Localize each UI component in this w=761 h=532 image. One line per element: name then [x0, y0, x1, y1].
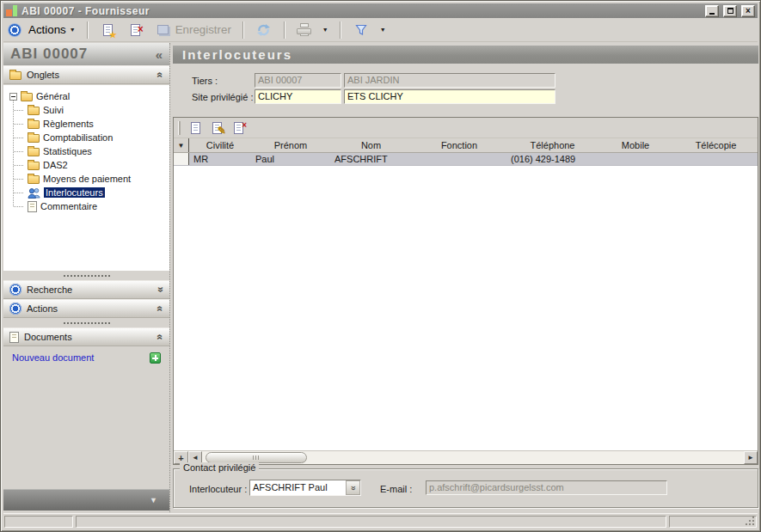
panel-title-recherche: Recherche: [27, 284, 152, 295]
collapse-sidebar-icon[interactable]: «: [156, 48, 163, 61]
splitter-grip-icon: [64, 275, 110, 277]
delete-record-button[interactable]: ×: [124, 20, 148, 40]
save-button[interactable]: Enregistrer: [151, 20, 235, 40]
panel-header-onglets[interactable]: Onglets «: [3, 65, 169, 84]
horizontal-scrollbar: + ◄ ►: [174, 450, 758, 464]
window-title: ABI 00007 - Fournisseur: [21, 5, 701, 17]
column-header-telecopie[interactable]: Télécopie: [672, 140, 759, 150]
tree-node-interlocuteurs[interactable]: Interlocuteurs: [3, 186, 169, 199]
chevron-down-icon: ▼: [150, 496, 157, 504]
actions-menu-label: Actions: [28, 23, 66, 36]
column-header-fonction[interactable]: Fonction: [412, 140, 506, 150]
grid-new-button[interactable]: [187, 120, 203, 136]
tree-collapse-icon[interactable]: [9, 93, 17, 101]
combobox-dropdown-button[interactable]: «: [346, 480, 360, 495]
tree-node-label: Statistiques: [43, 146, 92, 156]
column-header-nom[interactable]: Nom: [330, 140, 412, 150]
column-header-prenom[interactable]: Prénom: [251, 140, 330, 150]
chevron-down-icon: ▼: [322, 27, 328, 33]
page-title: Interlocuteurs: [173, 46, 758, 64]
scrollbar-track[interactable]: [202, 451, 744, 464]
folder-icon: [28, 107, 40, 115]
panel-splitter[interactable]: [3, 318, 169, 327]
panel-splitter[interactable]: [3, 271, 169, 280]
resize-grip-icon[interactable]: [744, 515, 754, 525]
tiers-name-field: ABI JARDIN: [344, 73, 555, 88]
document-icon: [9, 332, 19, 343]
folder-icon: [21, 93, 33, 101]
splitter-grip-icon: [64, 322, 110, 324]
chevron-down-icon[interactable]: «: [156, 287, 166, 293]
toolbar-grip[interactable]: [178, 121, 181, 135]
chevron-up-icon[interactable]: «: [156, 306, 166, 312]
main-content: Interlocuteurs Tiers : ABI 00007 ABI JAR…: [173, 43, 758, 512]
sidebar-splitter[interactable]: [169, 43, 170, 512]
folder-icon: [28, 120, 40, 129]
grid-edit-button[interactable]: ✎: [209, 120, 224, 136]
filter-button[interactable]: [349, 20, 373, 40]
chevron-up-icon[interactable]: «: [156, 72, 166, 78]
column-header-civilite[interactable]: Civilité: [189, 140, 251, 150]
interlocuteur-combobox[interactable]: AFSCHRIFT Paul «: [249, 480, 361, 496]
document-icon: [28, 201, 37, 212]
refresh-icon: [255, 21, 273, 39]
folder-icon: [28, 148, 40, 156]
chevron-up-icon[interactable]: «: [156, 334, 166, 340]
site-name-field[interactable]: ETS CLICHY: [344, 89, 555, 104]
panel-header-actions[interactable]: Actions «: [3, 299, 169, 318]
filter-icon: [353, 21, 370, 39]
site-code-field[interactable]: CLICHY: [255, 89, 341, 104]
interlocuteur-value: AFSCHRIFT Paul: [250, 480, 346, 495]
chevron-down-icon: ▼: [70, 27, 76, 33]
sidebar-collapsed-panel-bar[interactable]: ▼: [3, 489, 169, 511]
tree-node-statistiques[interactable]: Statistiques: [3, 144, 169, 158]
close-button[interactable]: ×: [741, 5, 755, 17]
tree-node-general[interactable]: Général: [3, 89, 169, 103]
tree-node-label: Moyens de paiement: [43, 174, 131, 184]
tree-node-das2[interactable]: DAS2: [3, 158, 169, 172]
tree-node-moyens-de-paiement[interactable]: Moyens de paiement: [3, 172, 169, 186]
cell-prenom: Paul: [251, 154, 330, 164]
tabs-tree: Général Suivi Règlements Comptabilisatio…: [3, 85, 169, 271]
main-toolbar: Actions ▼ ★ × Enregistrer ▼: [3, 18, 758, 42]
actions-menu-button[interactable]: Actions ▼: [25, 21, 79, 38]
toolbar-separator: [284, 21, 285, 39]
maximize-button[interactable]: [723, 5, 737, 17]
column-header-mobile[interactable]: Mobile: [598, 140, 672, 150]
app-bullseye-icon: [8, 23, 21, 37]
new-record-button[interactable]: ★: [96, 20, 120, 40]
row-selector-header[interactable]: ▼: [174, 138, 189, 152]
tree-node-commentaire[interactable]: Commentaire: [3, 199, 169, 213]
column-header-telephone[interactable]: Téléphone: [506, 140, 598, 150]
grid-delete-button[interactable]: ×: [230, 120, 246, 136]
email-field: p.afschrift@picardsurgelsst.com: [426, 480, 667, 495]
panel-header-documents[interactable]: Documents «: [3, 327, 169, 346]
folder-icon: [28, 175, 40, 184]
tree-node-suivi[interactable]: Suivi: [3, 103, 169, 117]
minimize-button[interactable]: [705, 5, 719, 17]
tiers-code-field: ABI 00007: [255, 73, 341, 88]
scroll-right-button[interactable]: ►: [744, 451, 758, 464]
print-options-button[interactable]: ▼: [319, 25, 332, 34]
toolbar-separator: [340, 21, 341, 39]
print-button[interactable]: [293, 21, 316, 38]
minimize-icon: [709, 13, 715, 15]
toolbar-separator: [242, 21, 244, 39]
table-row[interactable]: MR Paul AFSCHRIFT (016) 429-1489: [174, 153, 758, 166]
panel-title-onglets: Onglets: [27, 70, 152, 80]
save-icon: [155, 21, 172, 39]
bullseye-icon: [9, 284, 21, 296]
sidebar: ABI 00007 « Onglets « Général Suivi R: [3, 43, 169, 512]
save-label: Enregistrer: [175, 23, 231, 36]
new-document-link[interactable]: Nouveau document: [12, 352, 150, 363]
refresh-button[interactable]: [252, 20, 276, 40]
bullseye-icon: [9, 303, 21, 315]
tree-node-comptabilisation[interactable]: Comptabilisation: [3, 131, 169, 144]
status-panel-left: [4, 516, 73, 528]
tree-node-reglements[interactable]: Règlements: [3, 117, 169, 131]
panel-header-recherche[interactable]: Recherche «: [3, 280, 169, 299]
row-selector-cell[interactable]: [174, 153, 189, 165]
add-plus-icon[interactable]: [150, 352, 161, 364]
tiers-label: Tiers :: [192, 76, 218, 86]
filter-options-button[interactable]: ▼: [377, 25, 390, 34]
